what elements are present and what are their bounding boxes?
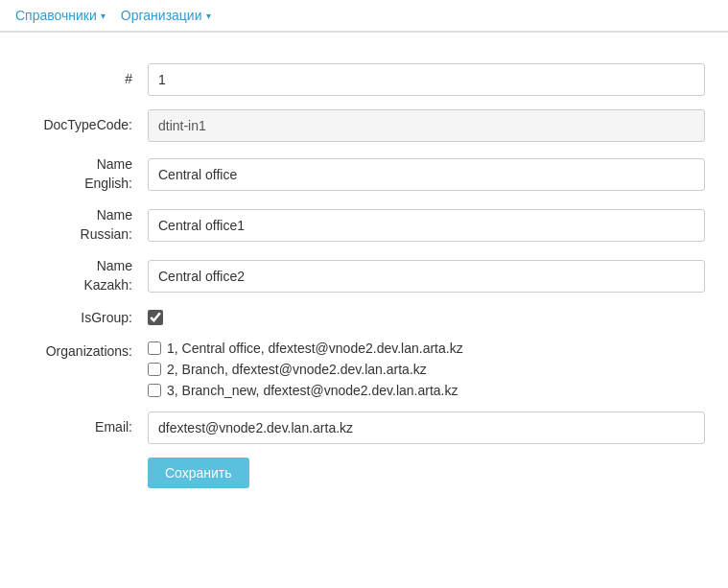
- label-name-kazakh: Name Kazakh:: [23, 257, 148, 294]
- checkbox-isgroup[interactable]: [148, 310, 163, 325]
- input-email[interactable]: [148, 412, 705, 444]
- label-email: Email:: [23, 418, 148, 437]
- label-organizations: Organizations:: [23, 341, 148, 362]
- checkbox-org3[interactable]: [148, 384, 161, 397]
- label-doctypecode: DocTypeCode:: [23, 116, 148, 135]
- input-name-kazakh[interactable]: [148, 260, 705, 293]
- input-number[interactable]: [148, 63, 705, 96]
- row-doctypecode: DocTypeCode:: [23, 109, 705, 142]
- label-number: #: [23, 70, 148, 89]
- row-number: #: [23, 63, 705, 96]
- label-isgroup: IsGroup:: [23, 309, 148, 328]
- nav-divider: [0, 32, 728, 33]
- checkbox-org1[interactable]: [148, 341, 161, 355]
- organizations-list: 1, Central office, dfextest@vnode2.dev.l…: [148, 341, 705, 398]
- row-save: Сохранить: [23, 458, 705, 488]
- main-form: # DocTypeCode: Name English: Name Russia…: [0, 48, 728, 517]
- row-email: Email:: [23, 412, 705, 444]
- checkbox-org2[interactable]: [148, 363, 161, 376]
- nav-organizacii-label: Организации: [121, 8, 202, 23]
- row-isgroup: IsGroup:: [23, 309, 705, 328]
- input-name-english[interactable]: [148, 158, 705, 191]
- nav-spravochniki-label: Справочники: [15, 8, 97, 23]
- row-name-kazakh: Name Kazakh:: [23, 257, 705, 294]
- org1-label: 1, Central office, dfextest@vnode2.dev.l…: [167, 341, 463, 356]
- nav-organizacii[interactable]: Организации ▾: [121, 8, 211, 23]
- org2-label: 2, Branch, dfextest@vnode2.dev.lan.arta.…: [167, 362, 427, 377]
- label-name-english: Name English:: [23, 155, 148, 193]
- label-name-russian: Name Russian:: [23, 206, 148, 244]
- save-button[interactable]: Сохранить: [148, 458, 249, 488]
- top-nav: Справочники ▾ Организации ▾: [0, 0, 728, 32]
- row-organizations: Organizations: 1, Central office, dfexte…: [23, 341, 705, 398]
- input-doctypecode[interactable]: [148, 109, 705, 142]
- nav-organizacii-arrow: ▾: [206, 11, 211, 21]
- list-item: 1, Central office, dfextest@vnode2.dev.l…: [148, 341, 705, 356]
- input-name-russian[interactable]: [148, 209, 705, 242]
- row-name-russian: Name Russian:: [23, 206, 705, 244]
- list-item: 2, Branch, dfextest@vnode2.dev.lan.arta.…: [148, 362, 705, 377]
- org3-label: 3, Branch_new, dfextest@vnode2.dev.lan.a…: [167, 383, 458, 398]
- nav-spravochniki[interactable]: Справочники ▾: [15, 8, 106, 23]
- row-name-english: Name English:: [23, 155, 705, 193]
- nav-spravochniki-arrow: ▾: [101, 11, 106, 21]
- list-item: 3, Branch_new, dfextest@vnode2.dev.lan.a…: [148, 383, 705, 398]
